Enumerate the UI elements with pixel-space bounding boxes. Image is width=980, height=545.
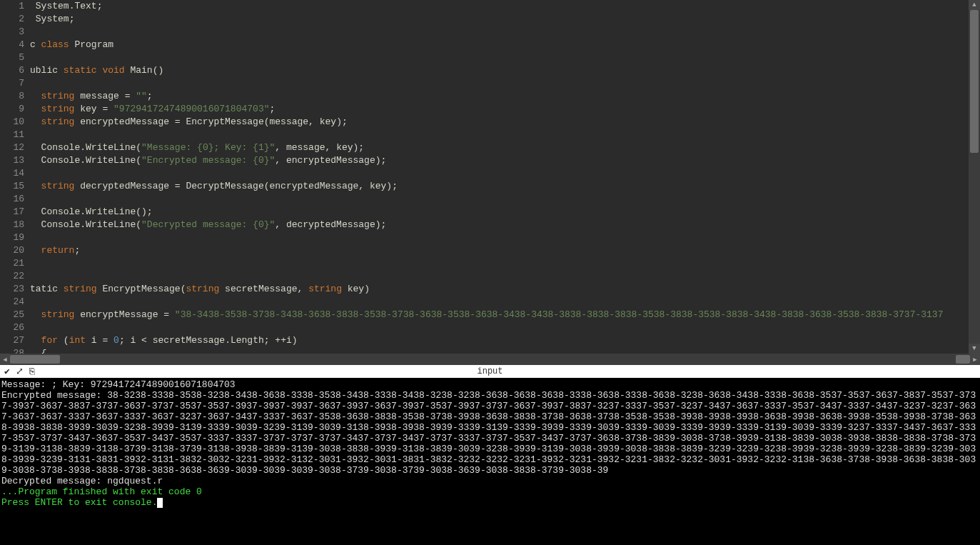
scroll-left-arrow[interactable]: ◀ bbox=[0, 354, 10, 365]
code-line[interactable] bbox=[30, 51, 969, 64]
code-line[interactable] bbox=[30, 296, 969, 309]
line-number: 5 bbox=[3, 51, 24, 64]
code-line[interactable] bbox=[30, 167, 969, 180]
code-line[interactable] bbox=[30, 231, 969, 244]
line-number: 1 bbox=[3, 0, 24, 13]
scroll-down-arrow[interactable]: ▼ bbox=[969, 344, 980, 354]
code-line[interactable]: string encryptMessage = "38-3438-3538-37… bbox=[30, 309, 969, 321]
horizontal-scrollbar[interactable]: ◀ ▶ bbox=[0, 354, 980, 365]
code-line[interactable]: string key = "97294172474890016071804703… bbox=[30, 103, 969, 116]
line-number: 21 bbox=[3, 257, 24, 270]
line-number: 28 bbox=[3, 347, 24, 354]
line-number: 27 bbox=[3, 334, 24, 347]
code-line[interactable]: c class Program bbox=[30, 39, 969, 51]
code-line[interactable] bbox=[30, 129, 969, 141]
code-line[interactable]: Console.WriteLine("Message: {0}; Key: {1… bbox=[30, 141, 969, 154]
editor-pane: 1234567891011121314151617181920212223242… bbox=[0, 0, 980, 365]
code-line[interactable]: Console.WriteLine("Encrypted message: {0… bbox=[30, 154, 969, 167]
line-number: 9 bbox=[3, 103, 24, 116]
console-line: Decrypted message: ngdquest.r bbox=[1, 476, 979, 486]
code-line[interactable]: for (int i = 0; i < secretMessage.Length… bbox=[30, 334, 969, 347]
code-line[interactable]: tatic string EncryptMessage(string secre… bbox=[30, 283, 969, 296]
line-number: 6 bbox=[3, 64, 24, 77]
hscroll-track[interactable] bbox=[10, 354, 970, 365]
vscroll-track[interactable] bbox=[969, 10, 980, 344]
console-prompt: Press ENTER to exit console. bbox=[1, 497, 979, 508]
line-number: 23 bbox=[3, 283, 24, 296]
cursor bbox=[157, 498, 163, 508]
console-title: input bbox=[477, 366, 502, 376]
line-number: 3 bbox=[3, 26, 24, 39]
code-line[interactable]: Console.WriteLine("Decrypted message: {0… bbox=[30, 219, 969, 231]
code-line[interactable]: { bbox=[30, 347, 969, 354]
line-number: 10 bbox=[3, 116, 24, 129]
scroll-right-arrow[interactable]: ▶ bbox=[970, 354, 980, 365]
copy-icon[interactable]: ⎘ bbox=[29, 367, 35, 376]
code-line[interactable] bbox=[30, 270, 969, 283]
line-number: 2 bbox=[3, 13, 24, 26]
code-line[interactable]: string message = ""; bbox=[30, 90, 969, 103]
hscroll-thumb[interactable] bbox=[10, 355, 60, 364]
code-line[interactable]: string decryptedMessage = DecryptMessage… bbox=[30, 180, 969, 193]
expand-icon[interactable]: ⤢ bbox=[16, 367, 24, 376]
code-line[interactable] bbox=[30, 321, 969, 334]
code-line[interactable] bbox=[30, 193, 969, 206]
line-number: 15 bbox=[3, 180, 24, 193]
line-number: 16 bbox=[3, 193, 24, 206]
line-number: 17 bbox=[3, 206, 24, 219]
vscroll-thumb[interactable] bbox=[970, 10, 979, 153]
line-number: 13 bbox=[3, 154, 24, 167]
line-number: 7 bbox=[3, 77, 24, 90]
code-line[interactable]: string encryptedMessage = EncryptMessage… bbox=[30, 116, 969, 129]
code-line[interactable]: System; bbox=[30, 13, 969, 26]
line-number-gutter: 1234567891011121314151617181920212223242… bbox=[0, 0, 30, 354]
line-number: 12 bbox=[3, 141, 24, 154]
console-output[interactable]: Message: ; Key: 972941724748900160718047… bbox=[0, 378, 980, 545]
line-number: 25 bbox=[3, 309, 24, 321]
code-line[interactable]: return; bbox=[30, 244, 969, 257]
code-area[interactable]: System.Text; System;c class Programublic… bbox=[30, 0, 969, 354]
console-line: Message: ; Key: 972941724748900160718047… bbox=[1, 379, 979, 390]
check-icon[interactable]: ✔ bbox=[4, 367, 10, 376]
code-line[interactable]: Console.WriteLine(); bbox=[30, 206, 969, 219]
line-number: 22 bbox=[3, 270, 24, 283]
console-line: Encrypted message: 38-3238-3338-3538-323… bbox=[1, 390, 979, 476]
console-line: ...Program finished with exit code 0 bbox=[1, 486, 979, 497]
vertical-scrollbar[interactable]: ▲ ▼ bbox=[969, 0, 980, 354]
code-editor[interactable]: 1234567891011121314151617181920212223242… bbox=[0, 0, 980, 354]
code-line[interactable]: ublic static void Main() bbox=[30, 64, 969, 77]
line-number: 20 bbox=[3, 244, 24, 257]
console-toolbar: ✔ ⤢ ⎘ input bbox=[0, 365, 980, 378]
line-number: 8 bbox=[3, 90, 24, 103]
code-line[interactable] bbox=[30, 77, 969, 90]
line-number: 14 bbox=[3, 167, 24, 180]
line-number: 4 bbox=[3, 39, 24, 51]
line-number: 26 bbox=[3, 321, 24, 334]
line-number: 24 bbox=[3, 296, 24, 309]
line-number: 19 bbox=[3, 231, 24, 244]
hscroll-thumb-end[interactable] bbox=[956, 355, 970, 364]
line-number: 11 bbox=[3, 129, 24, 141]
code-line[interactable]: System.Text; bbox=[30, 0, 969, 13]
line-number: 18 bbox=[3, 219, 24, 231]
code-line[interactable] bbox=[30, 257, 969, 270]
scroll-up-arrow[interactable]: ▲ bbox=[969, 0, 980, 10]
code-line[interactable] bbox=[30, 26, 969, 39]
